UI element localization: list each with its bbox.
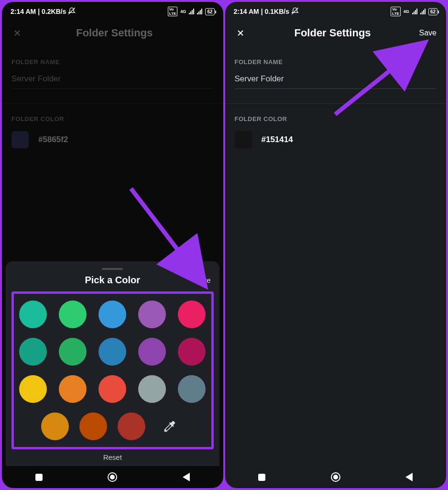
network-4g-icon: 4G [404,10,409,14]
color-option[interactable] [118,412,145,440]
color-option[interactable] [138,375,166,403]
sheet-handle[interactable] [102,268,123,270]
folder-color-section: FOLDER COLOR #5865f2 [2,104,223,148]
color-swatch [235,131,252,148]
picker-save-button[interactable]: Save [194,276,210,284]
color-row[interactable]: #5865f2 [11,131,214,148]
color-option[interactable] [59,301,87,328]
color-option[interactable] [19,301,47,328]
status-time: 2:14 AM [11,8,36,15]
status-net-speed: 0.2KB/s [42,8,66,15]
nav-back-button[interactable] [404,472,415,482]
signal-icon-2 [197,9,202,14]
folder-name-label: FOLDER NAME [235,58,437,66]
status-time: 2:14 AM [234,8,259,15]
close-button[interactable] [235,28,246,38]
nav-back-button[interactable] [181,472,191,482]
color-swatch [11,131,29,148]
folder-color-label: FOLDER COLOR [235,115,437,122]
color-option[interactable] [59,338,87,366]
color-option[interactable] [138,301,166,328]
color-option[interactable] [19,338,47,366]
color-option[interactable] [59,375,87,403]
volte-icon: VoLTE [168,7,178,16]
color-option[interactable] [178,375,206,403]
battery-icon: 62 [428,8,437,15]
reset-button[interactable]: Reset [11,453,214,461]
color-option[interactable] [79,412,107,440]
color-hex: #5865f2 [38,135,68,145]
signal-icon-2 [420,9,426,14]
page-title: Folder Settings [15,27,214,39]
header: Folder Settings [2,19,223,47]
color-palette-row4 [19,412,207,440]
folder-name-input[interactable]: Server Folder [11,74,214,89]
phone-left: 2:14 AM | 0.2KB/s VoLTE 4G 62 Folder Set… [2,2,223,488]
folder-name-section: FOLDER NAME Server Folder [2,47,223,89]
status-bar: 2:14 AM | 0.1KB/s VoLTE 4G 62 [225,2,447,19]
color-option[interactable] [178,301,206,328]
save-button[interactable]: Save [419,29,437,37]
folder-name-section: FOLDER NAME Server Folder [225,47,447,89]
folder-name-label: FOLDER NAME [11,58,214,66]
folder-color-section: FOLDER COLOR #151414 [225,104,447,148]
color-option[interactable] [98,375,126,403]
palette-highlight-box [11,291,214,449]
ringer-off-icon [68,7,76,16]
nav-home-button[interactable] [107,472,118,482]
nav-home-button[interactable] [330,472,341,482]
color-palette [19,301,207,403]
color-option[interactable] [98,301,126,328]
color-option[interactable] [98,338,126,366]
nav-bar [225,466,447,488]
signal-icon [412,9,417,14]
header: Folder Settings Save [225,19,447,47]
color-option[interactable] [138,338,166,366]
folder-name-input[interactable]: Server Folder [235,74,437,89]
color-row[interactable]: #151414 [235,131,437,148]
battery-icon: 62 [205,8,214,15]
signal-icon [189,9,194,14]
color-picker-sheet: Pick a Color Save Reset [6,261,219,466]
color-hex: #151414 [262,135,293,145]
volte-icon: VoLTE [391,7,401,16]
status-bar: 2:14 AM | 0.2KB/s VoLTE 4G 62 [2,2,223,19]
color-option[interactable] [41,412,69,440]
network-4g-icon: 4G [180,10,186,14]
color-option[interactable] [178,338,206,366]
phone-right: 2:14 AM | 0.1KB/s VoLTE 4G 62 Folder Set… [225,2,447,488]
nav-recent-button[interactable] [33,472,44,482]
status-net-speed: 0.1KB/s [265,8,289,15]
nav-recent-button[interactable] [257,472,267,482]
folder-color-label: FOLDER COLOR [11,115,214,122]
ringer-off-icon [291,7,299,16]
picker-title: Pick a Color [85,275,140,286]
color-option[interactable] [19,375,47,403]
eyedropper-button[interactable] [156,412,184,440]
page-title: Folder Settings [258,27,408,39]
nav-bar [2,466,223,488]
